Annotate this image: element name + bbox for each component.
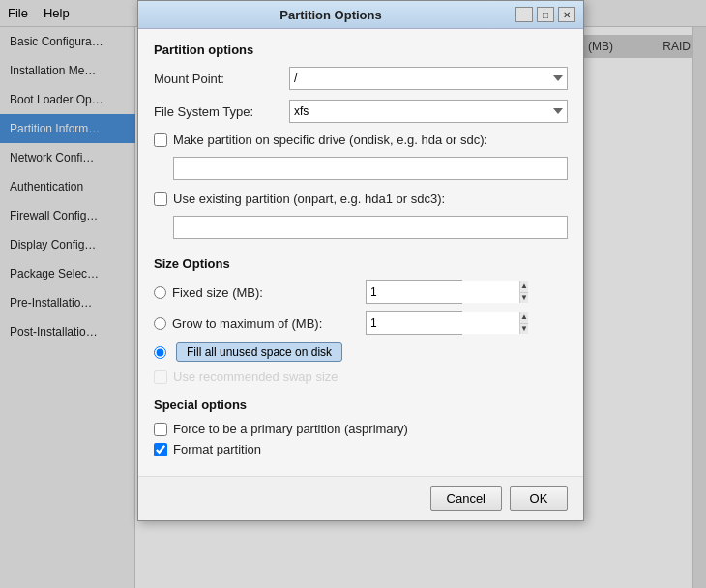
special-options-title: Special options	[154, 397, 568, 412]
partition-options-section-title: Partition options	[154, 43, 568, 57]
specific-drive-checkbox[interactable]	[154, 133, 167, 147]
grow-max-input[interactable]	[367, 312, 519, 334]
grow-max-row: Grow to maximum of (MB): ▲ ▼	[154, 311, 568, 335]
size-options-title: Size Options	[154, 256, 568, 271]
grow-max-increment-button[interactable]: ▲	[520, 312, 528, 324]
existing-partition-row: Use existing partition (onpart, e.g. hda…	[154, 191, 568, 206]
fill-all-row: Fill all unused space on disk	[154, 342, 568, 362]
fixed-size-label: Fixed size (MB):	[172, 285, 366, 300]
size-options-section: Size Options Fixed size (MB): ▲ ▼	[154, 256, 568, 384]
specific-drive-input-wrapper	[173, 153, 568, 188]
fixed-size-row: Fixed size (MB): ▲ ▼	[154, 280, 568, 304]
grow-max-radio[interactable]	[154, 317, 166, 330]
fill-all-radio[interactable]	[154, 346, 166, 359]
grow-max-decrement-button[interactable]: ▼	[520, 324, 528, 335]
fixed-size-input[interactable]	[367, 281, 519, 303]
filesystem-type-row: File System Type: xfs ext4 ext3 ext2 vfa…	[154, 100, 568, 123]
special-options-section: Special options Force to be a primary pa…	[154, 397, 568, 456]
format-partition-row: Format partition	[154, 442, 568, 456]
fixed-size-spinbox: ▲ ▼	[366, 280, 462, 304]
format-partition-checkbox[interactable]	[154, 443, 167, 456]
swap-size-checkbox[interactable]	[154, 370, 167, 384]
existing-partition-label: Use existing partition (onpart, e.g. hda…	[173, 191, 445, 206]
modal-footer: Cancel OK	[138, 476, 583, 520]
primary-partition-row: Force to be a primary partition (asprima…	[154, 422, 568, 436]
modal-titlebar: Partition Options − □ ✕	[138, 1, 583, 29]
cancel-button[interactable]: Cancel	[430, 486, 502, 511]
mount-point-row: Mount Point: / /boot /home /tmp /usr /va…	[154, 67, 568, 90]
primary-partition-label: Force to be a primary partition (asprima…	[173, 422, 408, 436]
modal-overlay: Partition Options − □ ✕ Partition option…	[0, 0, 706, 588]
grow-max-spinbox: ▲ ▼	[366, 311, 462, 335]
existing-partition-checkbox[interactable]	[154, 192, 167, 206]
maximize-button[interactable]: □	[537, 7, 554, 22]
filesystem-type-label: File System Type:	[154, 104, 289, 119]
swap-size-row: Use recommended swap size	[154, 369, 568, 384]
fixed-size-decrement-button[interactable]: ▼	[520, 293, 528, 304]
fixed-size-radio[interactable]	[154, 286, 166, 299]
grow-max-spinner-buttons: ▲ ▼	[519, 312, 528, 334]
partition-options-modal: Partition Options − □ ✕ Partition option…	[137, 0, 584, 521]
modal-title: Partition Options	[146, 8, 515, 22]
existing-partition-input[interactable]	[173, 216, 568, 239]
mount-point-label: Mount Point:	[154, 72, 289, 86]
modal-body: Partition options Mount Point: / /boot /…	[138, 29, 583, 476]
modal-controls: − □ ✕	[515, 7, 575, 22]
specific-drive-row: Make partition on specific drive (ondisk…	[154, 132, 568, 147]
ok-button[interactable]: OK	[510, 486, 568, 511]
fixed-size-spinner-buttons: ▲ ▼	[519, 281, 528, 303]
minimize-button[interactable]: −	[515, 7, 533, 22]
primary-partition-checkbox[interactable]	[154, 423, 167, 436]
fill-all-button[interactable]: Fill all unused space on disk	[176, 342, 342, 362]
close-button[interactable]: ✕	[558, 7, 575, 22]
existing-partition-input-wrapper	[173, 212, 568, 247]
grow-max-label: Grow to maximum of (MB):	[172, 316, 366, 331]
format-partition-label: Format partition	[173, 442, 261, 456]
swap-size-label: Use recommended swap size	[173, 369, 338, 384]
mount-point-select[interactable]: / /boot /home /tmp /usr /var swap	[289, 67, 568, 90]
filesystem-type-select[interactable]: xfs ext4 ext3 ext2 vfat swap	[289, 100, 568, 123]
fixed-size-increment-button[interactable]: ▲	[520, 281, 528, 293]
specific-drive-label: Make partition on specific drive (ondisk…	[173, 132, 487, 147]
specific-drive-input[interactable]	[173, 157, 568, 180]
